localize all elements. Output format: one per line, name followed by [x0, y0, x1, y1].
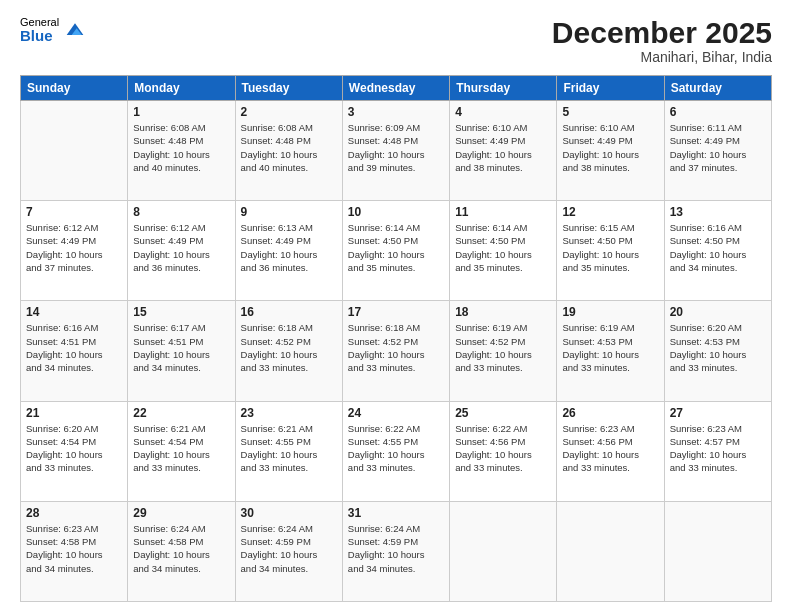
day-number: 8: [133, 205, 229, 219]
day-info: Sunrise: 6:12 AM Sunset: 4:49 PM Dayligh…: [133, 221, 229, 274]
title-block: December 2025 Manihari, Bihar, India: [552, 16, 772, 65]
month-title: December 2025: [552, 16, 772, 49]
calendar-cell: 15Sunrise: 6:17 AM Sunset: 4:51 PM Dayli…: [128, 301, 235, 401]
day-number: 11: [455, 205, 551, 219]
calendar-cell: [450, 501, 557, 601]
day-number: 16: [241, 305, 337, 319]
day-number: 5: [562, 105, 658, 119]
logo: General Blue: [20, 16, 85, 45]
header: General Blue December 2025 Manihari, Bih…: [20, 16, 772, 65]
day-info: Sunrise: 6:11 AM Sunset: 4:49 PM Dayligh…: [670, 121, 766, 174]
calendar-cell: 20Sunrise: 6:20 AM Sunset: 4:53 PM Dayli…: [664, 301, 771, 401]
day-number: 21: [26, 406, 122, 420]
day-header-wednesday: Wednesday: [342, 76, 449, 101]
day-info: Sunrise: 6:20 AM Sunset: 4:53 PM Dayligh…: [670, 321, 766, 374]
day-number: 29: [133, 506, 229, 520]
day-info: Sunrise: 6:08 AM Sunset: 4:48 PM Dayligh…: [241, 121, 337, 174]
day-number: 20: [670, 305, 766, 319]
day-number: 6: [670, 105, 766, 119]
day-number: 4: [455, 105, 551, 119]
day-number: 18: [455, 305, 551, 319]
calendar-cell: 13Sunrise: 6:16 AM Sunset: 4:50 PM Dayli…: [664, 201, 771, 301]
week-row-4: 28Sunrise: 6:23 AM Sunset: 4:58 PM Dayli…: [21, 501, 772, 601]
week-row-3: 21Sunrise: 6:20 AM Sunset: 4:54 PM Dayli…: [21, 401, 772, 501]
day-info: Sunrise: 6:23 AM Sunset: 4:58 PM Dayligh…: [26, 522, 122, 575]
calendar-cell: 27Sunrise: 6:23 AM Sunset: 4:57 PM Dayli…: [664, 401, 771, 501]
day-info: Sunrise: 6:10 AM Sunset: 4:49 PM Dayligh…: [562, 121, 658, 174]
calendar-cell: 29Sunrise: 6:24 AM Sunset: 4:58 PM Dayli…: [128, 501, 235, 601]
day-info: Sunrise: 6:21 AM Sunset: 4:54 PM Dayligh…: [133, 422, 229, 475]
calendar-cell: 26Sunrise: 6:23 AM Sunset: 4:56 PM Dayli…: [557, 401, 664, 501]
day-number: 13: [670, 205, 766, 219]
day-info: Sunrise: 6:17 AM Sunset: 4:51 PM Dayligh…: [133, 321, 229, 374]
calendar-cell: 12Sunrise: 6:15 AM Sunset: 4:50 PM Dayli…: [557, 201, 664, 301]
calendar-cell: 14Sunrise: 6:16 AM Sunset: 4:51 PM Dayli…: [21, 301, 128, 401]
day-header-saturday: Saturday: [664, 76, 771, 101]
calendar-cell: 10Sunrise: 6:14 AM Sunset: 4:50 PM Dayli…: [342, 201, 449, 301]
calendar-cell: 17Sunrise: 6:18 AM Sunset: 4:52 PM Dayli…: [342, 301, 449, 401]
calendar-cell: 22Sunrise: 6:21 AM Sunset: 4:54 PM Dayli…: [128, 401, 235, 501]
day-number: 22: [133, 406, 229, 420]
page: General Blue December 2025 Manihari, Bih…: [0, 0, 792, 612]
day-info: Sunrise: 6:19 AM Sunset: 4:53 PM Dayligh…: [562, 321, 658, 374]
calendar-cell: 9Sunrise: 6:13 AM Sunset: 4:49 PM Daylig…: [235, 201, 342, 301]
week-row-1: 7Sunrise: 6:12 AM Sunset: 4:49 PM Daylig…: [21, 201, 772, 301]
header-row: SundayMondayTuesdayWednesdayThursdayFrid…: [21, 76, 772, 101]
calendar-cell: [21, 101, 128, 201]
day-info: Sunrise: 6:14 AM Sunset: 4:50 PM Dayligh…: [455, 221, 551, 274]
day-info: Sunrise: 6:20 AM Sunset: 4:54 PM Dayligh…: [26, 422, 122, 475]
day-info: Sunrise: 6:18 AM Sunset: 4:52 PM Dayligh…: [241, 321, 337, 374]
calendar-cell: 11Sunrise: 6:14 AM Sunset: 4:50 PM Dayli…: [450, 201, 557, 301]
day-info: Sunrise: 6:23 AM Sunset: 4:56 PM Dayligh…: [562, 422, 658, 475]
day-number: 9: [241, 205, 337, 219]
calendar-cell: 25Sunrise: 6:22 AM Sunset: 4:56 PM Dayli…: [450, 401, 557, 501]
calendar-cell: 28Sunrise: 6:23 AM Sunset: 4:58 PM Dayli…: [21, 501, 128, 601]
day-info: Sunrise: 6:14 AM Sunset: 4:50 PM Dayligh…: [348, 221, 444, 274]
day-info: Sunrise: 6:16 AM Sunset: 4:50 PM Dayligh…: [670, 221, 766, 274]
calendar-cell: 31Sunrise: 6:24 AM Sunset: 4:59 PM Dayli…: [342, 501, 449, 601]
day-info: Sunrise: 6:16 AM Sunset: 4:51 PM Dayligh…: [26, 321, 122, 374]
day-number: 3: [348, 105, 444, 119]
day-info: Sunrise: 6:21 AM Sunset: 4:55 PM Dayligh…: [241, 422, 337, 475]
calendar-cell: 30Sunrise: 6:24 AM Sunset: 4:59 PM Dayli…: [235, 501, 342, 601]
day-info: Sunrise: 6:09 AM Sunset: 4:48 PM Dayligh…: [348, 121, 444, 174]
calendar-cell: 23Sunrise: 6:21 AM Sunset: 4:55 PM Dayli…: [235, 401, 342, 501]
logo-icon: [65, 20, 85, 40]
day-info: Sunrise: 6:08 AM Sunset: 4:48 PM Dayligh…: [133, 121, 229, 174]
day-info: Sunrise: 6:24 AM Sunset: 4:59 PM Dayligh…: [348, 522, 444, 575]
calendar-cell: 18Sunrise: 6:19 AM Sunset: 4:52 PM Dayli…: [450, 301, 557, 401]
day-number: 30: [241, 506, 337, 520]
day-number: 19: [562, 305, 658, 319]
day-number: 7: [26, 205, 122, 219]
day-number: 2: [241, 105, 337, 119]
calendar: SundayMondayTuesdayWednesdayThursdayFrid…: [20, 75, 772, 602]
calendar-cell: 5Sunrise: 6:10 AM Sunset: 4:49 PM Daylig…: [557, 101, 664, 201]
day-number: 31: [348, 506, 444, 520]
week-row-0: 1Sunrise: 6:08 AM Sunset: 4:48 PM Daylig…: [21, 101, 772, 201]
location: Manihari, Bihar, India: [552, 49, 772, 65]
day-number: 14: [26, 305, 122, 319]
day-info: Sunrise: 6:15 AM Sunset: 4:50 PM Dayligh…: [562, 221, 658, 274]
calendar-cell: 1Sunrise: 6:08 AM Sunset: 4:48 PM Daylig…: [128, 101, 235, 201]
day-number: 23: [241, 406, 337, 420]
day-header-sunday: Sunday: [21, 76, 128, 101]
week-row-2: 14Sunrise: 6:16 AM Sunset: 4:51 PM Dayli…: [21, 301, 772, 401]
day-header-monday: Monday: [128, 76, 235, 101]
day-number: 27: [670, 406, 766, 420]
day-info: Sunrise: 6:18 AM Sunset: 4:52 PM Dayligh…: [348, 321, 444, 374]
calendar-cell: 19Sunrise: 6:19 AM Sunset: 4:53 PM Dayli…: [557, 301, 664, 401]
day-number: 28: [26, 506, 122, 520]
day-header-thursday: Thursday: [450, 76, 557, 101]
day-number: 25: [455, 406, 551, 420]
calendar-cell: [664, 501, 771, 601]
day-number: 1: [133, 105, 229, 119]
day-info: Sunrise: 6:22 AM Sunset: 4:55 PM Dayligh…: [348, 422, 444, 475]
day-info: Sunrise: 6:23 AM Sunset: 4:57 PM Dayligh…: [670, 422, 766, 475]
day-info: Sunrise: 6:12 AM Sunset: 4:49 PM Dayligh…: [26, 221, 122, 274]
calendar-cell: 21Sunrise: 6:20 AM Sunset: 4:54 PM Dayli…: [21, 401, 128, 501]
day-number: 24: [348, 406, 444, 420]
calendar-cell: 24Sunrise: 6:22 AM Sunset: 4:55 PM Dayli…: [342, 401, 449, 501]
day-info: Sunrise: 6:10 AM Sunset: 4:49 PM Dayligh…: [455, 121, 551, 174]
calendar-cell: 4Sunrise: 6:10 AM Sunset: 4:49 PM Daylig…: [450, 101, 557, 201]
calendar-cell: [557, 501, 664, 601]
